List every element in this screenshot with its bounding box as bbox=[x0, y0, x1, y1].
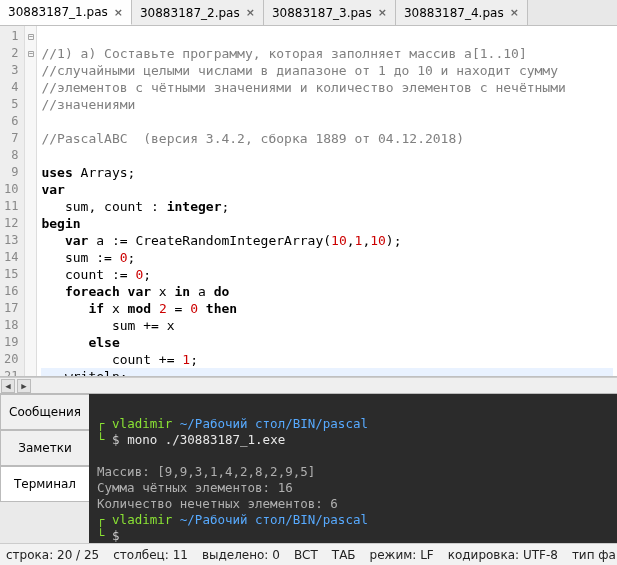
bottom-panel-tabs: Сообщения Заметки Терминал bbox=[0, 394, 89, 543]
status-selection: выделено: 0 bbox=[202, 548, 280, 562]
tab-messages[interactable]: Сообщения bbox=[0, 394, 89, 430]
status-column: столбец: 11 bbox=[113, 548, 188, 562]
file-tab-label: 30883187_3.pas bbox=[272, 6, 372, 20]
line-number-gutter: 1234 5678 9101112 13141516 17181920 2122… bbox=[0, 26, 25, 376]
status-insert-mode: ВСТ bbox=[294, 548, 318, 562]
status-bar: строка: 20 / 25 столбец: 11 выделено: 0 … bbox=[0, 543, 617, 565]
file-tab-3[interactable]: 30883187_3.pas × bbox=[264, 0, 396, 25]
file-tab-2[interactable]: 30883187_2.pas × bbox=[132, 0, 264, 25]
status-line: строка: 20 / 25 bbox=[6, 548, 99, 562]
close-icon[interactable]: × bbox=[510, 6, 519, 19]
file-tab-label: 30883187_2.pas bbox=[140, 6, 240, 20]
fold-toggle-icon[interactable]: ⊟ bbox=[25, 45, 36, 62]
code-editor[interactable]: 1234 5678 9101112 13141516 17181920 2122… bbox=[0, 26, 617, 377]
file-tab-label: 30883187_4.pas bbox=[404, 6, 504, 20]
close-icon[interactable]: × bbox=[378, 6, 387, 19]
scroll-right-icon[interactable]: ▶ bbox=[17, 379, 31, 393]
fold-toggle-icon[interactable]: ⊟ bbox=[25, 28, 36, 45]
horizontal-scrollbar[interactable]: ◀ ▶ bbox=[0, 377, 617, 393]
tab-notes[interactable]: Заметки bbox=[0, 430, 89, 466]
bottom-panel: Сообщения Заметки Терминал ┌ vladimir ~/… bbox=[0, 393, 617, 543]
close-icon[interactable]: × bbox=[114, 6, 123, 19]
status-eol-mode: режим: LF bbox=[370, 548, 434, 562]
close-icon[interactable]: × bbox=[246, 6, 255, 19]
tab-terminal[interactable]: Терминал bbox=[0, 466, 89, 502]
file-tab-bar: 30883187_1.pas × 30883187_2.pas × 308831… bbox=[0, 0, 617, 26]
status-filetype: тип фай bbox=[572, 548, 617, 562]
file-tab-label: 30883187_1.pas bbox=[8, 5, 108, 19]
file-tab-1[interactable]: 30883187_1.pas × bbox=[0, 0, 132, 25]
code-area[interactable]: //1) а) Составьте программу, которая зап… bbox=[37, 26, 617, 376]
scroll-left-icon[interactable]: ◀ bbox=[1, 379, 15, 393]
current-line: writeln; bbox=[41, 368, 613, 376]
status-encoding: кодировка: UTF-8 bbox=[448, 548, 558, 562]
terminal-output[interactable]: ┌ vladimir ~/Рабочий стол/BIN/pascal └ $… bbox=[89, 394, 617, 543]
status-tab-mode: ТАБ bbox=[332, 548, 356, 562]
file-tab-4[interactable]: 30883187_4.pas × bbox=[396, 0, 528, 25]
fold-column: ⊟ ⊟ bbox=[25, 26, 37, 376]
